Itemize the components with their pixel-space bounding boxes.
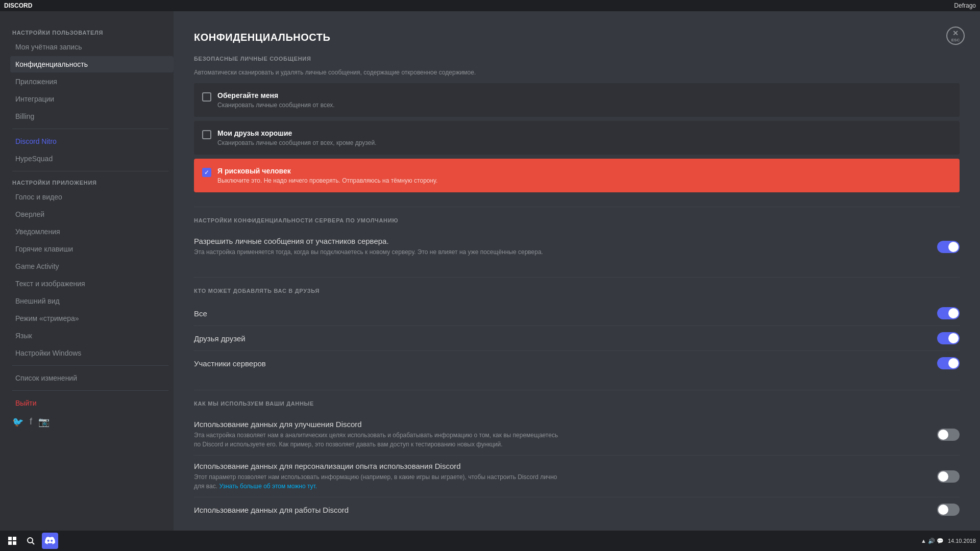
checkbox-risky[interactable] [202,168,211,177]
sidebar-item-privacy[interactable]: Конфиденциальность [10,56,174,72]
option-risky-sublabel: Выключите это. Не надо ничего проверять.… [217,177,437,184]
main-content: ✕ ESC КОНФИДЕНЦИАЛЬНОСТЬ БЕЗОПАСНЫЕ ЛИЧН… [174,11,980,551]
personalize-discord-row: Использование данных для персонализации … [194,455,960,497]
friends-of-friends-toggle[interactable] [937,332,960,344]
sidebar-item-integrations[interactable]: Интеграции [10,91,174,107]
personalize-discord-toggle[interactable] [937,470,960,483]
checkbox-protect-me[interactable] [202,92,211,102]
improve-discord-desc: Эта настройка позволяет нам в аналитичес… [194,431,561,449]
app-logo: DISCORD [4,2,32,9]
twitter-icon[interactable]: 🐦 [12,416,23,428]
sidebar-item-logout[interactable]: Выйти [10,395,174,411]
svg-rect-2 [8,541,12,545]
allow-dms-row: Разрешить личные сообщения от участников… [194,231,960,263]
social-icons: 🐦 f 📷 [10,412,174,432]
page-title: КОНФИДЕНЦИАЛЬНОСТЬ [194,32,960,43]
facebook-icon[interactable]: f [30,416,32,428]
server-members-toggle[interactable] [937,357,960,369]
everyone-toggle[interactable] [937,307,960,319]
esc-label: ESC [951,38,960,42]
server-privacy-header: НАСТРОЙКИ КОНФИДЕНЦИАЛЬНОСТИ СЕРВЕРА ПО … [194,217,960,223]
svg-rect-1 [13,537,16,540]
who-can-add-section: КТО МОЖЕТ ДОБАВЛЯТЬ ВАС В ДРУЗЬЯ Все Дру… [194,288,960,375]
taskbar: ▲ 🔊 💬 14.10.2018 [0,531,980,551]
discord-taskbar-icon[interactable] [42,533,58,549]
divider-2 [194,277,960,278]
taskbar-search-button[interactable] [22,533,39,549]
option-risky: Я рисковый человек Выключите это. Не над… [194,159,960,192]
discord-operation-toggle[interactable] [937,504,960,516]
instagram-icon[interactable]: 📷 [38,416,50,428]
option-good-friends: Мои друзья хорошие Сканировать личные со… [194,121,960,155]
top-bar-username: Defragо [954,2,976,9]
personalize-discord-desc: Этот параметр позволяет нам использовать… [194,472,561,491]
taskbar-datetime: 14.10.2018 [948,538,976,544]
sidebar-item-changelog[interactable]: Список изменений [10,370,174,386]
sidebar-item-text-images[interactable]: Текст и изображения [10,276,174,292]
sidebar-item-apps[interactable]: Приложения [10,73,174,90]
option-risky-label: Я рисковый человек [217,167,437,175]
option-good-friends-text: Мои друзья хорошие Сканировать личные со… [217,129,376,146]
server-privacy-section: НАСТРОЙКИ КОНФИДЕНЦИАЛЬНОСТИ СЕРВЕРА ПО … [194,217,960,263]
everyone-label: Все [194,309,207,318]
sidebar-item-voice-video[interactable]: Голос и видео [10,189,174,205]
sidebar-item-my-account[interactable]: Моя учётная запись [10,39,174,55]
option-good-friends-sublabel: Сканировать личные сообщения от всех, кр… [217,139,376,146]
personalize-discord-label: Использование данных для персонализации … [194,462,561,470]
taskbar-right: ▲ 🔊 💬 14.10.2018 [921,538,976,544]
improve-discord-label: Использование данных для улучшения Disco… [194,420,561,429]
data-usage-section: КАК МЫ ИСПОЛЬЗУЕМ ВАШИ ДАННЫЕ Использова… [194,400,960,522]
sidebar-divider-1 [12,129,168,129]
svg-rect-0 [8,537,12,540]
esc-close-button[interactable]: ✕ ESC [946,27,965,45]
sidebar-item-windows-settings[interactable]: Настройки Windows [10,345,174,361]
allow-dms-text: Разрешить личные сообщения от участников… [194,237,543,257]
sidebar-divider-3 [12,365,168,366]
sidebar-item-overlay[interactable]: Оверлей [10,206,174,222]
sidebar-item-language[interactable]: Язык [10,328,174,344]
sidebar-item-notifications[interactable]: Уведомления [10,223,174,240]
allow-dms-label: Разрешить личные сообщения от участников… [194,237,543,245]
allow-dms-desc: Эта настройка применяется тогда, когда в… [194,247,543,257]
svg-line-5 [32,542,34,544]
sidebar-item-discord-nitro[interactable]: Discord Nitro [10,133,174,149]
app-settings-label: НАСТРОЙКИ ПРИЛОЖЕНИЯ [10,180,174,186]
start-button[interactable] [4,533,20,549]
server-members-label: Участники серверов [194,359,266,368]
user-settings-label: НАСТРОЙКИ ПОЛЬЗОВАТЕЛЯ [10,30,174,36]
allow-dms-toggle[interactable] [937,241,960,253]
safe-messages-section: БЕЗОПАСНЫЕ ЛИЧНЫЕ СООБЩЕНИЯ Автоматическ… [194,56,960,192]
who-can-add-server-members-row: Участники серверов [194,350,960,375]
option-good-friends-label: Мои друзья хорошие [217,129,376,137]
who-can-add-friends-row: Друзья друзей [194,325,960,350]
sidebar-item-hypesquad[interactable]: HypeSquad [10,151,174,167]
checkbox-good-friends[interactable] [202,130,211,139]
taskbar-left [4,533,59,549]
discord-operation-text: Использование данных для работы Discord [194,506,349,514]
safe-messages-header: БЕЗОПАСНЫЕ ЛИЧНЫЕ СООБЩЕНИЯ [194,56,960,62]
sidebar-item-game-activity[interactable]: Game Activity [10,258,174,274]
improve-discord-row: Использование данных для улучшения Disco… [194,414,960,455]
divider-3 [194,390,960,390]
sidebar-item-hotkeys[interactable]: Горячие клавиши [10,241,174,257]
option-protect-me-label: Оберегайте меня [217,91,335,99]
app-container: НАСТРОЙКИ ПОЛЬЗОВАТЕЛЯ Моя учётная запис… [0,0,980,551]
safe-messages-desc: Автоматически сканировать и удалять личн… [194,69,960,76]
learn-more-link[interactable]: Узнать больше об этом можно тут. [219,483,317,490]
sidebar-item-appearance[interactable]: Внешний вид [10,293,174,309]
improve-discord-toggle[interactable] [937,429,960,441]
improve-discord-text: Использование данных для улучшения Disco… [194,420,561,449]
personalize-discord-text: Использование данных для персонализации … [194,462,561,491]
taskbar-system-icons: ▲ 🔊 💬 [921,538,944,544]
option-protect-me-sublabel: Сканировать личные сообщения от всех. [217,102,335,109]
who-can-add-header: КТО МОЖЕТ ДОБАВЛЯТЬ ВАС В ДРУЗЬЯ [194,288,960,294]
discord-operation-row: Использование данных для работы Discord [194,497,960,522]
sidebar: НАСТРОЙКИ ПОЛЬЗОВАТЕЛЯ Моя учётная запис… [0,11,174,551]
friends-of-friends-label: Друзья друзей [194,334,246,343]
sidebar-item-billing[interactable]: Billing [10,108,174,124]
divider-1 [194,207,960,207]
sidebar-divider-2 [12,171,168,171]
data-usage-header: КАК МЫ ИСПОЛЬЗУЕМ ВАШИ ДАННЫЕ [194,400,960,407]
sidebar-item-streamer-mode[interactable]: Режим «стримера» [10,310,174,327]
svg-point-4 [28,538,33,543]
